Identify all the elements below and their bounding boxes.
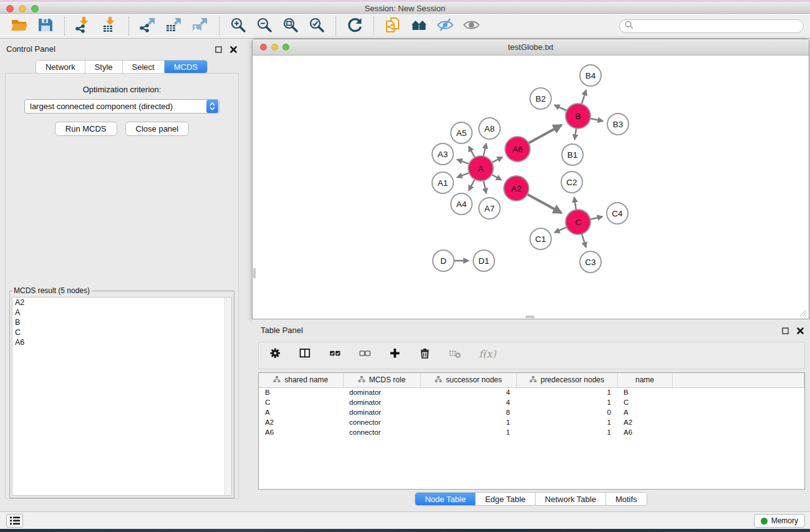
edge-C-C3[interactable]: [582, 234, 586, 248]
export-image-button[interactable]: [189, 16, 211, 36]
close-panel-button2[interactable]: Close panel: [125, 122, 190, 136]
memory-button[interactable]: Memory: [754, 514, 805, 528]
open-session-button[interactable]: [8, 16, 31, 36]
toolbar-separator: [335, 17, 336, 36]
columns-button[interactable]: [299, 347, 314, 364]
table-float-button[interactable]: [780, 326, 790, 336]
network-vscroll-thumb[interactable]: [253, 268, 256, 278]
edge-A-A6[interactable]: [492, 157, 503, 163]
edge-A2-C[interactable]: [528, 195, 562, 213]
network-view-window[interactable]: testGlobe.txt AA1A2A3A4A5A6A7A8BB1B2B3B4…: [252, 39, 809, 319]
show-all-button[interactable]: [460, 16, 483, 36]
edge-A6-B[interactable]: [529, 125, 562, 143]
select-all-button[interactable]: [329, 347, 344, 364]
home-button[interactable]: [408, 16, 430, 36]
column-header[interactable]: name: [617, 373, 672, 387]
result-item[interactable]: A2: [12, 297, 231, 307]
control-panel-title: Control Panel: [6, 44, 55, 54]
delete-row-button[interactable]: [418, 347, 433, 364]
edge-C-C2[interactable]: [574, 197, 576, 210]
edge-A-A7[interactable]: [483, 181, 486, 194]
node-label-B: B: [575, 112, 581, 121]
tree-icon: [435, 375, 442, 385]
result-scrollbar[interactable]: [224, 297, 231, 495]
cell: dominator: [343, 387, 420, 397]
column-header[interactable]: predecessor nodes: [516, 373, 617, 387]
edge-B-B1[interactable]: [575, 128, 577, 140]
zoom-out-button[interactable]: [253, 16, 276, 36]
task-history-button[interactable]: [6, 514, 23, 528]
node-label-A4: A4: [456, 200, 467, 209]
tab-style[interactable]: Style: [85, 60, 123, 73]
network-canvas[interactable]: AA1A2A3A4A5A6A7A8BB1B2B3B4CC1C2C3C4DD1: [253, 56, 808, 318]
settings-button[interactable]: [269, 347, 284, 364]
node-table[interactable]: shared nameMCDS rolesuccessor nodesprede…: [258, 372, 805, 490]
edge-B-B2[interactable]: [554, 105, 567, 110]
tab-node-table[interactable]: Node Table: [415, 493, 476, 505]
result-item[interactable]: C: [12, 327, 231, 337]
edge-C-C1[interactable]: [554, 227, 567, 233]
search-input[interactable]: [637, 22, 798, 31]
network-window-titlebar[interactable]: testGlobe.txt: [253, 39, 809, 56]
node-label-B4: B4: [586, 71, 596, 80]
import-network-button[interactable]: [72, 16, 95, 36]
clone-network-button[interactable]: [382, 16, 404, 36]
table-close-button[interactable]: [795, 326, 805, 336]
export-table-button[interactable]: [163, 16, 185, 36]
add-row-button[interactable]: [388, 347, 403, 364]
table-toolbar: f(x): [258, 342, 805, 369]
table-row[interactable]: A2connector11A2: [259, 417, 804, 427]
table-row[interactable]: Cdominator41C: [259, 397, 804, 407]
zoom-out-icon: [256, 16, 273, 36]
node-label-C3: C3: [585, 258, 595, 267]
edge-C-C4[interactable]: [591, 216, 603, 219]
zoom-fit-button[interactable]: [279, 16, 302, 36]
column-header[interactable]: MCDS role: [343, 373, 420, 387]
cell: A6: [617, 427, 672, 437]
result-item[interactable]: A6: [12, 337, 231, 347]
table-row[interactable]: Bdominator41B: [259, 387, 804, 397]
import-table-button[interactable]: [99, 16, 121, 36]
result-item[interactable]: A: [12, 307, 231, 317]
cell: A2: [617, 417, 672, 427]
optimization-criterion-select[interactable]: largest connected component (directed): [24, 99, 219, 114]
edge-B-B4[interactable]: [582, 90, 586, 104]
zoom-selected-button[interactable]: [306, 16, 328, 36]
refresh-button[interactable]: [344, 16, 366, 36]
resize-grip-icon[interactable]: [799, 309, 807, 317]
edge-A-A5[interactable]: [469, 147, 475, 158]
table-row[interactable]: Adominator80A: [259, 407, 804, 417]
edge-B-B3[interactable]: [591, 118, 603, 121]
hide-selected-button[interactable]: [434, 16, 456, 36]
cell: 0: [516, 407, 617, 417]
edge-A-A8[interactable]: [483, 143, 486, 157]
tab-network[interactable]: Network: [36, 60, 85, 73]
edge-A-A2[interactable]: [491, 175, 501, 180]
tab-select[interactable]: Select: [123, 60, 165, 73]
cell: C: [617, 397, 672, 407]
close-panel-button[interactable]: [228, 44, 238, 54]
column-header[interactable]: shared name: [259, 373, 343, 387]
edge-A-A3[interactable]: [457, 160, 469, 164]
result-item[interactable]: B: [12, 317, 231, 327]
table-row[interactable]: A6connector11A6: [259, 427, 804, 437]
tab-mcds[interactable]: MCDS: [165, 60, 207, 73]
edge-A-A4[interactable]: [469, 180, 475, 191]
network-graph[interactable]: AA1A2A3A4A5A6A7A8BB1B2B3B4CC1C2C3C4DD1: [253, 56, 809, 319]
deselect-all-button[interactable]: [359, 347, 374, 364]
mcds-result-list[interactable]: A2ABCA6: [12, 297, 232, 496]
node-label-A2: A2: [511, 184, 522, 193]
tab-motifs[interactable]: Motifs: [606, 493, 647, 505]
network-hscroll-thumb[interactable]: [526, 316, 534, 318]
save-session-button[interactable]: [34, 16, 57, 36]
columns-icon: [299, 347, 314, 364]
edge-A-A1[interactable]: [457, 173, 469, 177]
run-mcds-button[interactable]: Run MCDS: [55, 122, 117, 136]
column-header[interactable]: successor nodes: [420, 373, 516, 387]
search-field[interactable]: [619, 19, 804, 33]
float-panel-button[interactable]: [213, 44, 223, 54]
tab-network-table[interactable]: Network Table: [536, 493, 606, 505]
tab-edge-table[interactable]: Edge Table: [476, 493, 536, 505]
zoom-in-button[interactable]: [227, 16, 249, 36]
export-network-button[interactable]: [137, 16, 159, 36]
